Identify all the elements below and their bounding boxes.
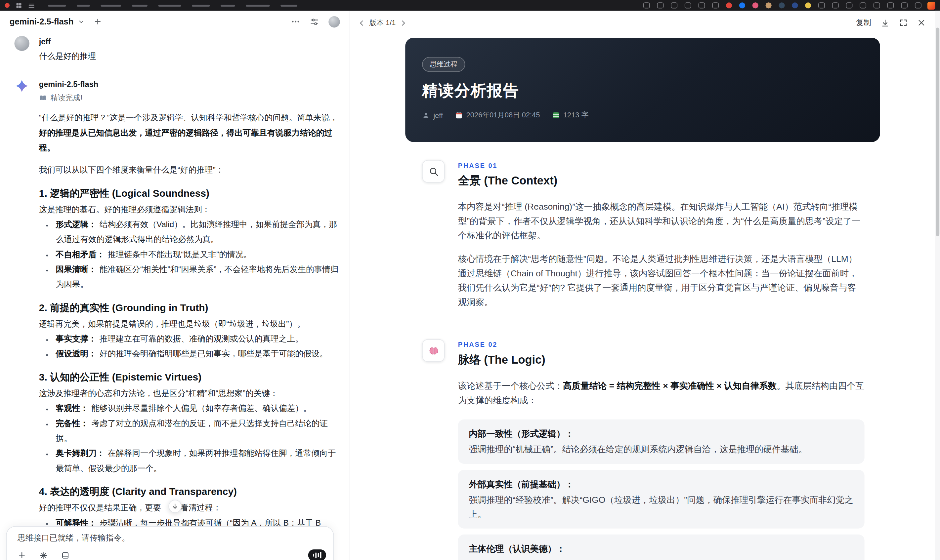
version-prev-icon[interactable] xyxy=(359,20,365,26)
ext-gray-3-icon[interactable] xyxy=(846,2,852,8)
user-message: jeff 什么是好的推理 xyxy=(15,36,339,62)
gemini-star-icon xyxy=(15,78,29,93)
scroll-to-bottom-button[interactable] xyxy=(168,500,182,513)
user-message-text: 什么是好的推理 xyxy=(39,51,339,62)
menubar-right-icons xyxy=(643,2,922,8)
menu-item-placeholder[interactable] xyxy=(77,5,90,6)
model-selector[interactable]: gemini-2.5-flash xyxy=(9,17,74,26)
list-item: 因果清晰：能准确区分“相关性”和“因果关系”，不会轻率地将先后发生的事情归为因果… xyxy=(54,262,339,292)
section-3-desc: 这涉及推理者的心态和方法论，也是区分“杠精”和“思想家”的关键： xyxy=(39,386,339,401)
ext-gray-5-icon[interactable] xyxy=(874,2,880,8)
meta-date: 2026年01月08日 02:45 xyxy=(455,111,540,121)
dimension-card: 外部真实性（前提基础）： 强调推理的“经验校准”。解决“GIGO（垃圾进，垃圾出… xyxy=(458,470,864,529)
assistant-message-body: “什么是好的推理？”这是一个涉及逻辑学、认知科学和哲学核心的问题。简单来说，好的… xyxy=(39,111,339,531)
dimension-card: 内部一致性（形式逻辑）： 强调推理的“机械正确”。结论必须在给定的规则系统内逻辑… xyxy=(458,420,864,464)
copy-button[interactable]: 复制 xyxy=(856,17,871,28)
artifact-panel: 版本 1/1 复制 xyxy=(350,11,940,560)
version-label: 版本 1/1 xyxy=(370,17,396,28)
ext-translate-icon[interactable] xyxy=(657,2,664,8)
menu-item-placeholder[interactable] xyxy=(101,5,122,6)
chat-header-actions xyxy=(291,16,340,27)
section-3-list: 客观性：能够识别并尽量排除个人偏见（如幸存者偏差、确认偏差）。 完备性：考虑了对… xyxy=(39,401,339,476)
section-3-title: 3. 认知的公正性 (Epistemic Virtues) xyxy=(39,368,339,386)
book-icon xyxy=(39,94,47,102)
report-hero-card: 思维过程 精读分析报告 jeff xyxy=(405,38,880,142)
menu-item-placeholder[interactable] xyxy=(246,5,270,6)
magnifier-icon xyxy=(422,160,445,183)
section-2-desc: 逻辑再完美，如果前提是错误的，推理也是垃圾（即“垃圾进，垃圾出”）。 xyxy=(39,316,339,331)
system-menubar xyxy=(0,0,940,11)
assistant-name: gemini-2.5-flash xyxy=(39,78,339,89)
section-2-title: 2. 前提的真实性 (Grounding in Truth) xyxy=(39,298,339,316)
ext-gray-8-icon[interactable] xyxy=(915,2,922,8)
close-icon[interactable] xyxy=(917,18,925,27)
app-body: gemini-2.5-flash xyxy=(0,11,940,560)
menu-item-placeholder[interactable] xyxy=(280,5,297,6)
ext-facebook-blue-icon[interactable] xyxy=(739,2,745,8)
attach-plus-icon[interactable] xyxy=(17,551,26,560)
chat-message-list[interactable]: jeff 什么是好的推理 gemini-2.5-flash xyxy=(0,32,346,560)
canvas-frame-icon[interactable] xyxy=(61,551,69,559)
lead-paragraph: 我们可以从以下四个维度来衡量什么是“好的推理”： xyxy=(39,162,339,177)
tools-spark-icon[interactable] xyxy=(40,551,48,559)
ext-gray-6-icon[interactable] xyxy=(888,2,894,8)
section-4-title: 4. 表达的透明度 (Clarity and Transparency) xyxy=(39,482,339,500)
menu-item-placeholder[interactable] xyxy=(159,5,181,6)
word-count-icon xyxy=(552,111,560,119)
ext-refresh-icon[interactable] xyxy=(671,2,677,8)
section-1-desc: 这是推理的基石。好的推理必须遵循逻辑法则： xyxy=(39,202,339,217)
user-avatar[interactable] xyxy=(328,16,340,27)
browser-logo-icon[interactable] xyxy=(928,2,935,9)
person-icon xyxy=(422,111,430,119)
new-chat-button[interactable] xyxy=(93,17,102,26)
list-item: 不自相矛盾：推理链条中不能出现“既是又非”的情况。 xyxy=(54,247,339,262)
ext-shield-icon[interactable] xyxy=(685,2,691,8)
phase-2-label: PHASE 02 xyxy=(458,339,864,348)
assistant-status: 精读完成! xyxy=(39,93,339,103)
meta-author: jeff xyxy=(422,111,443,119)
ext-pink-icon[interactable] xyxy=(752,2,758,8)
scrollbar-thumb[interactable] xyxy=(936,28,939,236)
grid-icon[interactable] xyxy=(15,2,22,9)
ext-yellow-icon[interactable] xyxy=(805,2,811,8)
artifact-document[interactable]: 思维过程 精读分析报告 jeff xyxy=(350,31,935,560)
ext-gray-4-icon[interactable] xyxy=(860,2,866,8)
ext-slate-icon[interactable] xyxy=(778,2,784,8)
ext-profile-icon[interactable] xyxy=(712,2,719,8)
menu-item-placeholder[interactable] xyxy=(48,5,66,6)
message-composer[interactable]: 思维接口已就绪，请传输指令。 xyxy=(6,526,334,560)
version-navigator: 版本 1/1 xyxy=(359,17,407,28)
window-scrollbar xyxy=(935,11,940,560)
ext-navy-icon[interactable] xyxy=(792,2,798,8)
list-item: 假设透明：好的推理会明确指明哪些是已知事实，哪些是基于可能的假设。 xyxy=(54,346,339,362)
ext-clipboard-icon[interactable] xyxy=(643,2,650,8)
voice-input-button[interactable] xyxy=(308,549,326,560)
artifact-toolbar: 版本 1/1 复制 xyxy=(350,15,934,30)
ext-gray-2-icon[interactable] xyxy=(832,2,839,8)
assistant-status-text: 精读完成! xyxy=(50,93,82,103)
ext-red-icon[interactable] xyxy=(726,2,732,8)
artifact-actions: 复制 xyxy=(856,17,925,28)
ext-gray-7-icon[interactable] xyxy=(901,2,908,8)
report-meta: jeff 2026年01月08日 02:45 xyxy=(422,111,863,121)
ext-gray-1-icon[interactable] xyxy=(818,2,825,8)
menubar-menus xyxy=(48,5,297,6)
assistant-message: gemini-2.5-flash 精读完成! “什么是好的推理？”这是一个涉及逻… xyxy=(15,78,339,530)
ext-tan-icon[interactable] xyxy=(766,2,772,8)
intro-paragraph: “什么是好的推理？”这是一个涉及逻辑学、认知科学和哲学核心的问题。简单来说，好的… xyxy=(39,111,339,155)
composer-status-text[interactable]: 思维接口已就绪，请传输指令。 xyxy=(7,527,333,543)
list-item: 形式逻辑：结构必须有效（Valid）。比如演绎推理中，如果前提全部为真，那么通过… xyxy=(54,217,339,247)
fullscreen-icon[interactable] xyxy=(899,18,908,27)
download-icon[interactable] xyxy=(881,18,890,27)
chevron-down-icon[interactable] xyxy=(78,18,84,25)
menu-item-placeholder[interactable] xyxy=(220,5,235,6)
ext-grid-icon[interactable] xyxy=(698,2,705,8)
phase-1-paragraph: 本内容是对“推理 (Reasoning)”这一抽象概念的高层建模。在知识爆炸与人… xyxy=(458,200,864,243)
menu-icon[interactable] xyxy=(28,2,35,9)
version-next-icon[interactable] xyxy=(400,20,407,26)
menu-item-placeholder[interactable] xyxy=(192,5,210,6)
user-name: jeff xyxy=(39,36,339,47)
more-options-icon[interactable] xyxy=(291,17,300,26)
settings-sliders-icon[interactable] xyxy=(310,17,319,26)
menu-item-placeholder[interactable] xyxy=(132,5,148,6)
